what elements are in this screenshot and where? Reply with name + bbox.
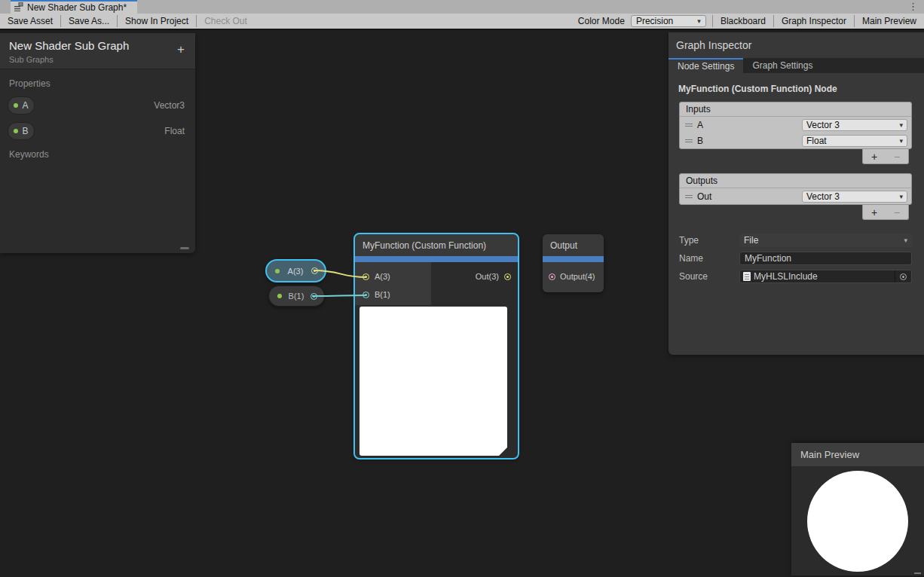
inputs-list-row[interactable]: A Vector 3 ▾ [680, 117, 911, 133]
port-a-icon[interactable] [363, 273, 369, 280]
input-type-value: Vector 3 [806, 120, 840, 130]
graph-canvas[interactable]: MyFunction (Custom Function) A(3) B(1) O… [0, 30, 924, 575]
function-source-object-field[interactable]: MyHLSLInclude [739, 270, 912, 283]
inputs-list-row[interactable]: B Float ▾ [680, 133, 911, 148]
function-settings: Type File ▾ Name MyFunction Source MyHLS… [669, 234, 924, 283]
remove-input-button[interactable]: − [894, 150, 900, 163]
document-tab[interactable]: New Shader Sub Graph* [11, 0, 137, 14]
input-port-row: A(3) [355, 267, 431, 285]
save-as-button[interactable]: Save As... [61, 14, 117, 29]
node-precision-strip [543, 256, 604, 262]
property-pill-a[interactable]: A [8, 96, 35, 114]
check-out-button: Check Out [197, 14, 255, 29]
window-tab-bar: New Shader Sub Graph* ⋮ [0, 0, 924, 14]
property-node-b[interactable]: B(1) [268, 285, 325, 307]
main-preview-title[interactable]: Main Preview [791, 443, 924, 466]
window-menu-icon[interactable]: ⋮ [908, 1, 918, 13]
node-title[interactable]: MyFunction (Custom Function) [355, 234, 518, 256]
property-port-icon[interactable] [311, 267, 318, 274]
graph-inspector-title: Graph Inspector [669, 32, 924, 58]
selected-node-heading: MyFunction (Custom Function) Node [669, 73, 924, 94]
name-label: Name [679, 253, 739, 264]
inputs-list-footer: + − [669, 149, 909, 164]
output-name: Out [697, 191, 802, 202]
input-port-label: A(3) [375, 272, 390, 281]
outputs-list-footer: + − [669, 205, 909, 220]
drag-handle-icon[interactable] [685, 139, 693, 142]
main-preview-toggle-button[interactable]: Main Preview [855, 14, 924, 29]
shader-graph-toolbar: Save Asset Save As... Show In Project Ch… [0, 14, 924, 30]
blackboard-toggle-button[interactable]: Blackboard [713, 14, 773, 29]
graph-inspector-toggle-button[interactable]: Graph Inspector [774, 14, 854, 29]
sub-graph-asset-icon [14, 2, 23, 14]
property-name: A [22, 100, 28, 111]
chevron-down-icon: ▾ [899, 137, 903, 145]
property-pill-b[interactable]: B [8, 122, 35, 140]
object-picker-icon[interactable] [895, 270, 911, 282]
preview-resize-handle[interactable] [914, 572, 921, 574]
output-node[interactable]: Output Output(4) [543, 234, 604, 292]
port-b-icon[interactable] [363, 292, 369, 298]
exposed-property-dot [14, 129, 18, 133]
output-type-dropdown[interactable]: Vector 3 ▾ [802, 191, 907, 203]
outputs-list-header: Outputs [680, 174, 911, 188]
type-row: Type File ▾ [679, 234, 912, 247]
input-port-row: Output(4) [543, 267, 604, 285]
color-mode-dropdown[interactable]: Precision ▾ [631, 15, 706, 27]
source-row: Source MyHLSLInclude [679, 270, 912, 283]
node-title[interactable]: Output [543, 234, 604, 256]
property-row: A Vector3 [8, 96, 185, 114]
property-node-label: B(1) [286, 292, 306, 301]
drag-handle-icon[interactable] [685, 195, 693, 198]
property-type: Float [164, 126, 185, 136]
add-property-button[interactable]: + [177, 42, 185, 57]
blackboard-title: New Shader Sub Graph [9, 39, 186, 52]
function-type-dropdown[interactable]: File ▾ [739, 234, 912, 247]
function-name-input[interactable]: MyFunction [739, 252, 912, 265]
custom-function-node[interactable]: MyFunction (Custom Function) A(3) B(1) O… [355, 234, 518, 458]
tab-graph-settings[interactable]: Graph Settings [743, 58, 822, 73]
tab-bar-lead-space [0, 0, 11, 14]
input-port-label: B(1) [375, 290, 390, 299]
chevron-down-icon: ▾ [899, 121, 903, 129]
properties-section-label: Properties [0, 69, 195, 89]
name-row: Name MyFunction [679, 252, 912, 265]
node-output-ports: Out(3) [431, 262, 518, 305]
exposed-property-dot [277, 294, 282, 298]
function-type-value: File [744, 235, 758, 246]
add-output-button[interactable]: + [871, 206, 877, 219]
blackboard-panel: New Shader Sub Graph Sub Graphs + Proper… [0, 33, 195, 253]
output-type-value: Vector 3 [806, 191, 840, 202]
tab-node-settings[interactable]: Node Settings [669, 58, 743, 73]
inputs-list-header: Inputs [680, 102, 911, 117]
chevron-down-icon: ▾ [697, 17, 701, 25]
exposed-property-dot [275, 269, 280, 273]
input-type-dropdown[interactable]: Float ▾ [802, 135, 907, 147]
input-port-row: B(1) [355, 285, 431, 304]
remove-output-button[interactable]: − [894, 206, 900, 219]
type-label: Type [679, 235, 739, 246]
source-value: MyHLSLInclude [754, 271, 818, 282]
inputs-list: Inputs A Vector 3 ▾ B Float ▾ [679, 102, 912, 149]
add-input-button[interactable]: + [871, 150, 877, 163]
color-mode-value: Precision [636, 16, 673, 26]
node-input-ports: A(3) B(1) [355, 262, 431, 305]
blackboard-resize-handle[interactable] [180, 247, 189, 249]
node-ports: A(3) B(1) Out(3) [355, 262, 518, 305]
outputs-list-row[interactable]: Out Vector 3 ▾ [680, 188, 911, 204]
output-port-row: Out(3) [431, 267, 518, 285]
node-preview-surface [360, 307, 507, 456]
preview-collapse-handle[interactable] [499, 447, 507, 456]
input-name: A [697, 120, 802, 130]
property-port-icon[interactable] [311, 293, 317, 300]
show-in-project-button[interactable]: Show In Project [118, 14, 196, 29]
drag-handle-icon[interactable] [685, 124, 693, 127]
property-name: B [22, 126, 28, 136]
keywords-section-label: Keywords [0, 140, 195, 160]
property-node-a[interactable]: A(3) [265, 259, 326, 282]
save-asset-button[interactable]: Save Asset [0, 14, 60, 29]
port-output-icon[interactable] [549, 273, 555, 280]
port-out-icon[interactable] [504, 273, 511, 280]
chevron-down-icon: ▾ [899, 193, 903, 200]
input-type-dropdown[interactable]: Vector 3 ▾ [802, 119, 907, 131]
